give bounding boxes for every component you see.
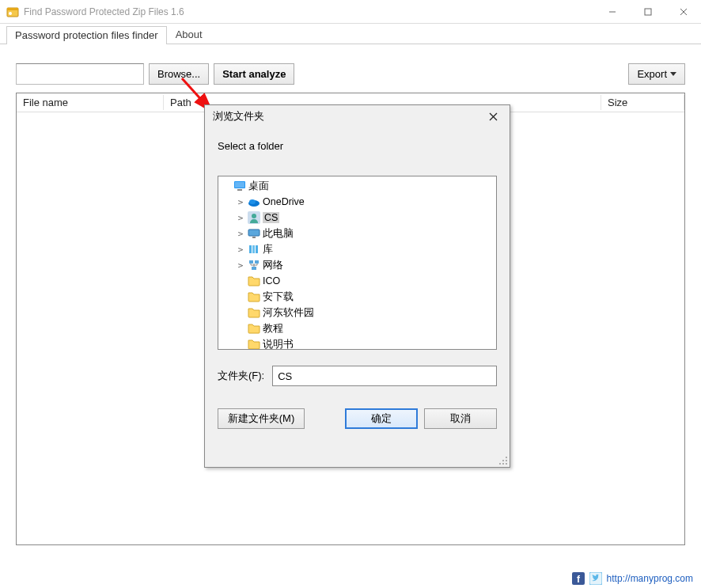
homepage-link[interactable]: http://manyprog.com — [607, 573, 693, 584]
column-filename[interactable]: File name — [17, 95, 164, 110]
status-bar: f http://manyprog.com — [572, 569, 693, 588]
user-icon — [248, 211, 260, 224]
title-bar: Find Password Protected Zip Files 1.6 — [0, 0, 701, 24]
dialog-close-button[interactable] — [481, 107, 505, 126]
folder-icon — [248, 275, 260, 287]
svg-point-34 — [502, 460, 504, 461]
resize-grip[interactable] — [497, 454, 508, 465]
tree-item[interactable]: >库 — [218, 241, 496, 257]
svg-rect-1 — [7, 8, 18, 10]
tree-item-label: 桌面 — [248, 180, 269, 193]
export-label: Export — [637, 68, 667, 80]
tab-strip: Password protection files finder About — [0, 24, 701, 44]
svg-rect-15 — [235, 182, 244, 188]
tree-item-label: CS — [263, 212, 279, 223]
dialog-instruction: Select a folder — [218, 140, 497, 152]
svg-rect-21 — [248, 230, 260, 236]
onedrive-icon — [248, 195, 260, 208]
svg-point-18 — [249, 199, 256, 204]
svg-point-38 — [506, 463, 507, 465]
expander-icon[interactable]: > — [236, 229, 245, 239]
browse-folder-dialog: 浏览文件夹 Select a folder 桌面>OneDrive>CS>此电脑… — [204, 104, 510, 468]
expander-icon[interactable]: > — [236, 260, 245, 271]
ok-button[interactable]: 确定 — [345, 408, 418, 429]
tab-about[interactable]: About — [167, 25, 211, 44]
export-button[interactable]: Export — [628, 63, 685, 85]
folder-tree[interactable]: 桌面>OneDrive>CS>此电脑>库>网络ICO安下载河东软件园教程说明书 — [218, 176, 497, 350]
chevron-down-icon — [670, 72, 676, 76]
svg-rect-24 — [252, 245, 255, 253]
tree-item-label: 教程 — [263, 322, 283, 336]
dialog-title: 浏览文件夹 — [213, 109, 481, 123]
maximize-button[interactable] — [630, 0, 665, 24]
analyze-button[interactable]: Start analyze — [214, 63, 294, 85]
window-title: Find Password Protected Zip Files 1.6 — [24, 6, 594, 17]
folder-name-input[interactable] — [272, 366, 497, 386]
tree-item[interactable]: >此电脑 — [218, 226, 496, 241]
pc-icon — [248, 227, 260, 240]
network-icon — [248, 259, 260, 271]
tree-item-label: 安下载 — [263, 290, 294, 304]
tree-item[interactable]: 安下载 — [218, 289, 496, 305]
library-icon — [248, 243, 260, 256]
svg-rect-28 — [252, 267, 256, 270]
tree-item[interactable]: >网络 — [218, 257, 496, 273]
toolbar: Browse... Start analyze Export — [0, 44, 701, 93]
expander-icon[interactable]: > — [236, 197, 245, 207]
tree-item[interactable]: >OneDrive — [218, 194, 496, 210]
svg-point-36 — [499, 463, 501, 465]
tree-item[interactable]: ICO — [218, 273, 496, 289]
twitter-icon[interactable] — [589, 572, 602, 585]
svg-rect-16 — [237, 189, 242, 191]
folder-icon — [248, 338, 260, 350]
minimize-button[interactable] — [594, 0, 630, 24]
app-icon — [6, 6, 19, 18]
svg-rect-23 — [249, 245, 252, 253]
tree-item[interactable]: 说明书 — [218, 336, 496, 350]
svg-point-35 — [506, 460, 507, 461]
close-button[interactable] — [665, 0, 701, 24]
new-folder-button[interactable]: 新建文件夹(M) — [218, 408, 305, 429]
tree-item[interactable]: 河东软件园 — [218, 305, 496, 321]
folder-field-label: 文件夹(F): — [218, 369, 264, 383]
path-input[interactable] — [16, 63, 144, 85]
svg-rect-26 — [249, 260, 253, 264]
tab-main[interactable]: Password protection files finder — [6, 26, 167, 44]
svg-rect-22 — [252, 237, 256, 238]
svg-point-20 — [252, 214, 256, 218]
desktop-icon — [233, 180, 246, 192]
column-size[interactable]: Size — [601, 95, 684, 110]
tree-item[interactable]: >CS — [218, 210, 496, 226]
svg-rect-25 — [256, 245, 258, 253]
tree-item[interactable]: 教程 — [218, 321, 496, 336]
facebook-icon[interactable]: f — [572, 572, 585, 585]
tree-item[interactable]: 桌面 — [218, 178, 496, 194]
cancel-button[interactable]: 取消 — [424, 408, 497, 429]
tree-item-label: OneDrive — [263, 196, 305, 207]
browse-button[interactable]: Browse... — [149, 63, 209, 85]
dialog-titlebar: 浏览文件夹 — [205, 105, 510, 127]
folder-icon — [248, 306, 260, 319]
tree-item-label: 说明书 — [263, 338, 294, 351]
tree-item-label: 库 — [263, 243, 273, 256]
folder-icon — [248, 290, 260, 303]
svg-point-33 — [506, 457, 507, 458]
tree-item-label: 河东软件园 — [263, 306, 314, 320]
folder-icon — [248, 322, 260, 335]
svg-point-37 — [502, 463, 504, 465]
tree-item-label: 网络 — [263, 259, 283, 272]
svg-point-2 — [9, 12, 12, 15]
svg-rect-4 — [645, 9, 651, 15]
tree-item-label: ICO — [263, 275, 280, 286]
expander-icon[interactable]: > — [236, 245, 245, 255]
expander-icon[interactable]: > — [236, 213, 245, 223]
svg-rect-27 — [255, 260, 259, 264]
tree-item-label: 此电脑 — [263, 227, 294, 241]
